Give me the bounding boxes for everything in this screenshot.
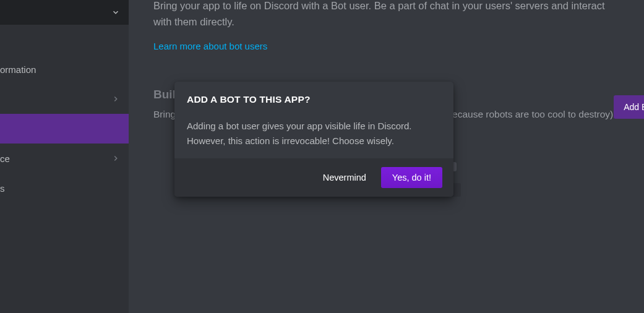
modal-title: ADD A BOT TO THIS APP? [187, 94, 441, 105]
modal-body: ADD A BOT TO THIS APP? Adding a bot user… [174, 82, 453, 158]
sidebar-item-bot[interactable] [0, 114, 129, 144]
sidebar: ormation ce s [0, 0, 129, 313]
confirm-modal: ADD A BOT TO THIS APP? Adding a bot user… [174, 82, 453, 197]
sidebar-item-general-information[interactable]: ormation [0, 54, 129, 84]
sidebar-item-label: ce [0, 153, 129, 164]
modal-text-line: However, this action is irrevocable! Cho… [187, 134, 441, 148]
chevron-right-icon [111, 95, 120, 103]
modal-text-line: Adding a bot user gives your app visible… [187, 119, 441, 134]
intro-text: Bring your app to life on Discord with a… [153, 0, 619, 52]
confirm-button[interactable]: Yes, do it! [381, 167, 442, 188]
intro-line-1: Bring your app to life on Discord with a… [153, 0, 619, 14]
sidebar-item-webhooks[interactable]: s [0, 173, 129, 203]
sidebar-item-label: ormation [0, 64, 129, 75]
add-bot-button[interactable]: Add Bot [614, 95, 644, 119]
modal-footer: Nevermind Yes, do it! [174, 158, 453, 197]
sidebar-item-label: s [0, 183, 129, 194]
modal-text: Adding a bot user gives your app visible… [187, 119, 441, 148]
sidebar-item-oauth2[interactable] [0, 84, 129, 114]
sidebar-header[interactable] [0, 0, 129, 25]
sidebar-nav: ormation ce s [0, 25, 129, 203]
sidebar-item-rich-presence[interactable]: ce [0, 144, 129, 173]
chevron-right-icon [111, 154, 120, 163]
cancel-button[interactable]: Nevermind [319, 168, 370, 187]
intro-line-2: with them directly. [153, 14, 619, 30]
chevron-down-icon [111, 8, 120, 17]
learn-more-link[interactable]: Learn more about bot users [153, 41, 267, 51]
